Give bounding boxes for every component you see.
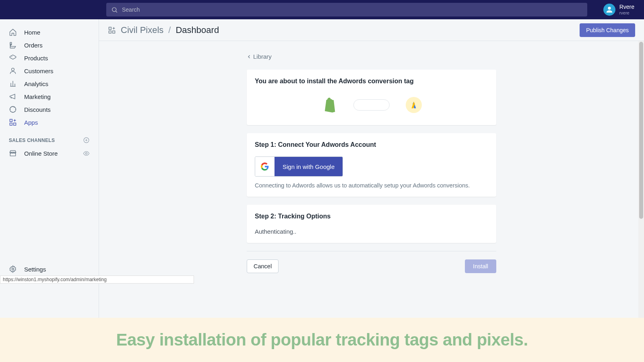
card-title: You are about to install the Adwords con…: [255, 78, 488, 85]
svg-rect-13: [109, 31, 111, 33]
install-button[interactable]: Install: [465, 259, 496, 273]
svg-point-2: [608, 7, 611, 10]
user-menu[interactable]: Rvere rvere: [603, 4, 634, 16]
breadcrumb-separator: /: [168, 25, 171, 35]
customers-icon: [9, 67, 17, 75]
card-title: Step 2: Tracking Options: [255, 213, 488, 220]
search-icon: [111, 6, 118, 13]
sidebar: Home Orders Products Customers Analytics…: [0, 19, 99, 362]
sidebar-item-marketing[interactable]: Marketing: [0, 90, 99, 103]
content-scroll: Library You are about to install the Adw…: [99, 41, 644, 362]
orders-icon: [9, 41, 17, 49]
eye-icon[interactable]: [83, 150, 90, 157]
topbar: Rvere rvere: [0, 0, 644, 19]
svg-point-11: [12, 268, 14, 270]
page-title: Dashboard: [175, 25, 219, 35]
logo-row: [255, 93, 488, 117]
sidebar-item-label: Online Store: [24, 150, 58, 157]
sidebar-item-online-store[interactable]: Online Store: [0, 147, 99, 160]
adwords-logo: [406, 97, 422, 113]
sidebar-item-customers[interactable]: Customers: [0, 64, 99, 77]
search-input[interactable]: [122, 6, 582, 13]
google-signin-label: Sign in with Google: [275, 157, 343, 176]
sidebar-item-label: Analytics: [24, 80, 48, 87]
banner-text: Easy installation of popular tracking ta…: [116, 330, 528, 350]
home-icon: [9, 28, 17, 36]
app-grid-icon: [108, 26, 116, 34]
gear-icon: [9, 265, 17, 273]
svg-point-10: [85, 152, 87, 154]
sidebar-item-orders[interactable]: Orders: [0, 39, 99, 51]
chevron-left-icon: [247, 54, 252, 59]
breadcrumb: Civil Pixels / Dashboard: [108, 25, 219, 35]
sidebar-item-label: Home: [24, 29, 40, 36]
store-icon: [9, 149, 17, 157]
svg-rect-12: [109, 27, 111, 29]
avatar: [603, 4, 615, 16]
sidebar-item-home[interactable]: Home: [0, 26, 99, 39]
page-header: Civil Pixels / Dashboard Publish Changes: [99, 19, 644, 41]
sidebar-item-label: Orders: [24, 42, 43, 49]
analytics-icon: [9, 80, 17, 88]
back-label: Library: [253, 53, 272, 60]
svg-point-0: [112, 7, 116, 11]
sidebar-item-apps[interactable]: Apps: [0, 116, 99, 129]
sidebar-item-products[interactable]: Products: [0, 51, 99, 64]
card-title: Step 1: Connect Your Adwords Account: [255, 141, 488, 148]
install-intro-card: You are about to install the Adwords con…: [247, 70, 496, 125]
svg-rect-7: [10, 123, 12, 125]
sidebar-item-label: Marketing: [24, 93, 51, 100]
status-bar-url: https://winston1.myshopify.com/admin/mar…: [0, 276, 194, 284]
marketing-icon: [9, 93, 17, 101]
products-icon: [9, 54, 17, 62]
sidebar-item-label: Products: [24, 55, 48, 62]
shopify-logo: [321, 97, 337, 113]
svg-line-1: [116, 11, 117, 12]
sidebar-item-label: Settings: [24, 266, 46, 273]
google-signin-button[interactable]: Sign in with Google: [255, 156, 343, 177]
step1-help: Connecting to Adwords allows us to autom…: [255, 182, 488, 189]
sidebar-item-label: Discounts: [24, 106, 51, 113]
step2-card: Step 2: Tracking Options Authenticating.…: [247, 205, 496, 243]
plus-circle-icon[interactable]: [83, 137, 90, 144]
breadcrumb-app[interactable]: Civil Pixels: [121, 25, 163, 35]
step1-card: Step 1: Connect Your Adwords Account Sig…: [247, 133, 496, 197]
google-icon: [255, 157, 275, 176]
sidebar-item-settings[interactable]: Settings: [0, 263, 99, 276]
action-row: Cancel Install: [247, 251, 496, 273]
marketing-banner: Easy installation of popular tracking ta…: [0, 318, 644, 362]
sidebar-item-discounts[interactable]: Discounts: [0, 103, 99, 116]
scrollbar-thumb[interactable]: [639, 42, 643, 219]
cancel-button[interactable]: Cancel: [247, 259, 279, 273]
step2-status: Authenticating..: [255, 228, 488, 235]
back-link[interactable]: Library: [247, 53, 496, 60]
user-handle: rvere: [619, 10, 634, 15]
apps-icon: [9, 118, 17, 126]
sidebar-section-sales-channels: SALES CHANNELS: [0, 129, 99, 147]
svg-rect-14: [113, 31, 115, 33]
svg-point-4: [12, 68, 14, 71]
sidebar-item-label: Apps: [24, 119, 38, 126]
sidebar-item-label: Customers: [24, 68, 54, 74]
publish-button[interactable]: Publish Changes: [580, 23, 635, 37]
scrollbar[interactable]: ▲ ▼: [638, 41, 644, 362]
svg-rect-6: [10, 119, 12, 122]
search-container[interactable]: [106, 3, 587, 16]
sidebar-item-analytics[interactable]: Analytics: [0, 77, 99, 90]
discounts-icon: [9, 105, 17, 113]
main: Civil Pixels / Dashboard Publish Changes…: [99, 19, 644, 362]
svg-rect-8: [14, 123, 16, 125]
connector-graphic: [353, 99, 390, 111]
svg-point-3: [12, 56, 12, 57]
user-name: Rvere: [619, 4, 634, 10]
